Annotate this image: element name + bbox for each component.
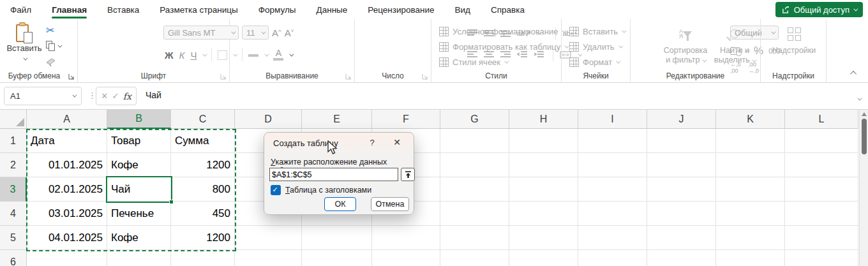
column-header-K[interactable]: K xyxy=(716,110,785,129)
font-name-select[interactable]: Gill Sans MT xyxy=(163,26,239,40)
column-header-D[interactable]: D xyxy=(235,110,302,129)
cell-J6[interactable] xyxy=(647,250,716,266)
sort-filter-button[interactable]: АЯ Сортировкаи фильтр xyxy=(661,24,710,65)
row-header-6[interactable]: 6 xyxy=(0,250,27,266)
row-header-3[interactable]: 3 xyxy=(0,177,27,202)
cell-G3[interactable] xyxy=(440,177,509,202)
cell-B4[interactable]: Печенье xyxy=(107,202,171,226)
share-button[interactable]: Общий доступ xyxy=(775,2,863,17)
fill-handle[interactable] xyxy=(169,200,174,204)
enter-entry-button[interactable]: ✓ xyxy=(112,91,119,101)
column-header-C[interactable]: C xyxy=(171,110,235,129)
scrollbar-thumb[interactable] xyxy=(862,119,867,154)
format-painter-button[interactable] xyxy=(46,56,56,68)
cell-K6[interactable] xyxy=(716,250,785,266)
cell-H4[interactable] xyxy=(509,202,578,226)
cell-C4[interactable]: 450 xyxy=(171,202,235,226)
cell-A5[interactable]: 04.01.2025 xyxy=(27,226,107,250)
cell-C1[interactable]: Сумма xyxy=(171,129,235,153)
bold-button[interactable]: Ж xyxy=(165,50,174,61)
cell-E5[interactable] xyxy=(302,226,372,250)
dialog-help-button[interactable]: ? xyxy=(366,138,378,147)
chevron-down-icon[interactable] xyxy=(203,52,207,56)
cell-F6[interactable] xyxy=(372,250,440,266)
insert-cells-button[interactable]: Вставить xyxy=(569,26,625,37)
row-header-1[interactable]: 1 xyxy=(0,129,27,153)
cell-J3[interactable] xyxy=(647,177,716,202)
menu-tab-Вид[interactable]: Вид xyxy=(455,0,470,19)
italic-button[interactable]: К xyxy=(179,50,185,61)
cell-A4[interactable]: 03.01.2025 xyxy=(27,202,107,226)
cell-K3[interactable] xyxy=(716,177,785,202)
cell-K1[interactable] xyxy=(716,129,785,153)
cancel-entry-button[interactable]: ✕ xyxy=(101,91,108,101)
cell-H3[interactable] xyxy=(509,177,578,202)
scroll-up-arrow-icon[interactable] xyxy=(862,112,867,116)
cell-A2[interactable]: 01.01.2025 xyxy=(27,153,107,177)
cell-H5[interactable] xyxy=(509,226,578,250)
cell-L1[interactable] xyxy=(785,129,858,153)
cut-button[interactable]: ✂ xyxy=(46,24,54,36)
delete-cells-button[interactable]: Удалить xyxy=(569,41,625,52)
column-header-I[interactable]: I xyxy=(578,110,647,129)
conditional-formatting-button[interactable]: Условное форматирование xyxy=(439,26,567,37)
menu-tab-Файл[interactable]: Файл xyxy=(10,0,31,19)
vertical-scrollbar[interactable] xyxy=(859,110,868,266)
row-header-2[interactable]: 2 xyxy=(0,153,27,177)
cell-I4[interactable] xyxy=(578,202,647,226)
cell-H1[interactable] xyxy=(509,129,578,153)
headers-checkbox-row[interactable]: Таблица с заголовками xyxy=(271,185,371,195)
number-dialog-launcher[interactable] xyxy=(422,73,428,80)
cell-J1[interactable] xyxy=(647,129,716,153)
row-header-5[interactable]: 5 xyxy=(0,226,27,250)
cell-B5[interactable]: Кофе xyxy=(107,226,171,250)
column-header-H[interactable]: H xyxy=(509,110,578,129)
cell-H6[interactable] xyxy=(509,250,578,266)
cell-C5[interactable]: 1200 xyxy=(171,226,235,250)
select-all-button[interactable] xyxy=(0,110,27,129)
cell-A3[interactable]: 02.01.2025 xyxy=(27,177,107,202)
font-dialog-launcher[interactable] xyxy=(220,73,227,80)
cell-F5[interactable] xyxy=(372,226,440,250)
cell-styles-button[interactable]: Стили ячеек xyxy=(439,56,567,68)
cell-E6[interactable] xyxy=(302,250,372,266)
menu-tab-Рецензирование[interactable]: Рецензирование xyxy=(368,0,434,19)
cell-G5[interactable] xyxy=(440,226,509,250)
cell-I2[interactable] xyxy=(578,153,647,177)
find-select-button[interactable]: Найти ивыделить xyxy=(712,24,757,65)
cell-L4[interactable] xyxy=(785,202,858,226)
menu-tab-Справка[interactable]: Справка xyxy=(491,0,525,19)
ok-button[interactable]: ОК xyxy=(324,197,356,211)
format-cells-button[interactable]: Формат xyxy=(569,56,625,68)
column-header-G[interactable]: G xyxy=(440,110,509,129)
column-header-B[interactable]: B xyxy=(107,110,171,129)
cell-A6[interactable] xyxy=(27,250,107,266)
cell-C6[interactable] xyxy=(171,250,235,266)
cell-D6[interactable] xyxy=(235,250,302,266)
cancel-button[interactable]: Отмена xyxy=(371,197,409,211)
cell-B6[interactable] xyxy=(107,250,171,266)
cell-J5[interactable] xyxy=(647,226,716,250)
column-header-F[interactable]: F xyxy=(372,110,440,129)
clipboard-dialog-launcher[interactable] xyxy=(68,73,75,80)
cell-K4[interactable] xyxy=(716,202,785,226)
cell-C2[interactable]: 1200 xyxy=(171,153,235,177)
column-header-L[interactable]: L xyxy=(785,110,858,129)
row-header-4[interactable]: 4 xyxy=(0,202,27,226)
menu-tab-Данные[interactable]: Данные xyxy=(317,0,348,19)
expand-formula-bar-button[interactable] xyxy=(857,92,860,103)
cell-A1[interactable]: Дата xyxy=(27,129,107,153)
dialog-close-button[interactable]: ✕ xyxy=(391,137,403,147)
menu-tab-Вставка[interactable]: Вставка xyxy=(107,0,139,19)
cell-L6[interactable] xyxy=(785,250,858,266)
format-as-table-button[interactable]: Форматировать как таблицу xyxy=(439,41,567,52)
borders-button[interactable] xyxy=(218,50,227,60)
formula-content[interactable]: Чай xyxy=(146,90,161,100)
cell-H2[interactable] xyxy=(509,153,578,177)
cell-L3[interactable] xyxy=(785,177,858,202)
copy-button[interactable] xyxy=(46,40,61,52)
collapse-dialog-button[interactable] xyxy=(401,168,415,181)
menu-tab-Формулы[interactable]: Формулы xyxy=(258,0,296,19)
cell-D5[interactable] xyxy=(235,226,302,250)
column-header-A[interactable]: A xyxy=(27,110,107,129)
